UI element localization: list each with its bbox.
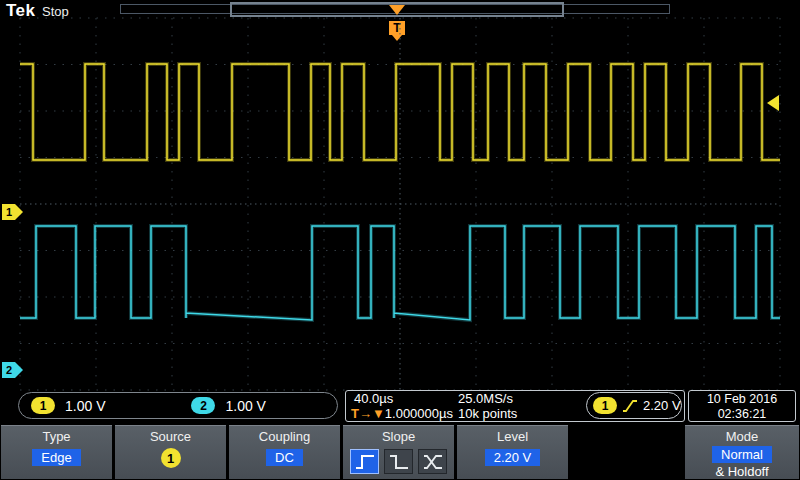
softkey-menu: Type Edge Source 1 Coupling DC Slope xyxy=(0,424,800,480)
menu-level-button[interactable]: Level 2.20 V xyxy=(457,425,568,479)
ch2-badge: 2 xyxy=(191,397,215,414)
record-length-readout: 10k points xyxy=(458,406,517,421)
slope-either-icon[interactable] xyxy=(418,449,447,474)
ch1-scale: 1.00 V xyxy=(65,398,105,414)
menu-mode-suffix: & Holdoff xyxy=(715,464,768,479)
graticule xyxy=(20,18,780,390)
menu-mode-button[interactable]: Mode Normal & Holdoff xyxy=(685,425,799,479)
channel-readouts: 1 1.00 V 2 1.00 V xyxy=(18,392,338,419)
menu-type-label: Type xyxy=(42,429,70,444)
slope-rising-icon[interactable] xyxy=(350,449,379,474)
menu-slope-label: Slope xyxy=(382,429,415,444)
ch2-marker-label: 2 xyxy=(6,364,12,376)
horizontal-trigger-readout: 40.0µs 25.0MS/s T→▼1.000000µs 10k points… xyxy=(345,390,685,422)
trigger-readout: 1 2.20 V xyxy=(586,392,682,419)
tek-logo: Tek xyxy=(6,1,36,21)
menu-slope-button[interactable]: Slope xyxy=(343,425,454,479)
menu-type-value: Edge xyxy=(32,449,80,466)
menu-coupling-button[interactable]: Coupling DC xyxy=(229,425,340,479)
menu-source-button[interactable]: Source 1 xyxy=(115,425,226,479)
trigger-delay-readout: T→▼1.000000µs xyxy=(351,406,453,421)
menu-level-value: 2.20 V xyxy=(485,449,541,466)
sample-rate-readout: 25.0MS/s xyxy=(458,391,513,406)
menu-source-label: Source xyxy=(150,429,191,444)
trigger-flag: T xyxy=(389,21,405,35)
ch1-badge: 1 xyxy=(31,397,55,414)
menu-mode-value: Normal xyxy=(712,446,772,463)
trigger-slope-icon xyxy=(622,399,638,413)
ch2-position-marker: 2 xyxy=(2,362,23,378)
acquisition-status: Stop xyxy=(42,4,69,19)
trigger-delay-marker-icon: T→▼ xyxy=(351,406,385,421)
slope-falling-icon[interactable] xyxy=(384,449,413,474)
oscilloscope-screen: Tek Stop T 1 2 1 1.00 V 2 1.00 V 40.0µs … xyxy=(0,0,800,480)
waveform-traces xyxy=(20,64,780,320)
menu-source-channel-badge: 1 xyxy=(161,448,181,468)
menu-mode-label: Mode xyxy=(726,429,759,444)
time-readout: 02:36:21 xyxy=(689,407,795,422)
trigger-flag-pointer-icon xyxy=(392,35,402,41)
slope-options xyxy=(350,449,447,474)
menu-level-label: Level xyxy=(497,429,528,444)
menu-coupling-label: Coupling xyxy=(259,429,310,444)
trigger-position-arrow-icon xyxy=(389,5,405,15)
datetime-readout: 10 Feb 2016 02:36:21 xyxy=(688,390,796,422)
menu-type-button[interactable]: Type Edge xyxy=(1,425,112,479)
ch1-marker-label: 1 xyxy=(6,206,12,218)
menu-coupling-value: DC xyxy=(266,449,303,466)
ch1-position-marker: 1 xyxy=(2,204,23,220)
trigger-source-badge: 1 xyxy=(593,397,617,414)
trigger-level-readout: 2.20 V xyxy=(643,398,681,413)
date-readout: 10 Feb 2016 xyxy=(689,392,795,407)
ch2-scale: 1.00 V xyxy=(225,398,265,414)
timebase-readout: 40.0µs xyxy=(354,391,393,406)
trigger-level-marker-icon xyxy=(767,95,779,111)
trigger-delay-value: 1.000000µs xyxy=(385,406,453,421)
